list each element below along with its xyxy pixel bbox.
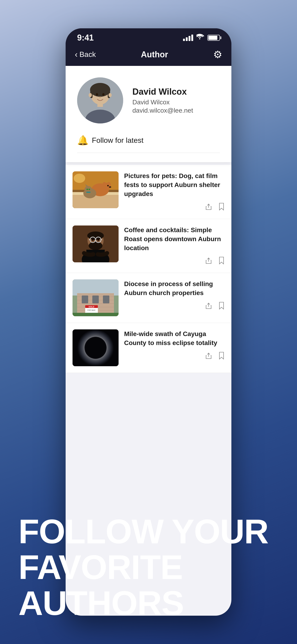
status-icons <box>183 34 220 42</box>
battery-icon <box>208 35 220 41</box>
status-time: 9:41 <box>77 33 94 42</box>
nav-bar: ‹ Back Author ⚙ <box>66 45 232 66</box>
news-list: Pictures for pets: Dog, cat film fests t… <box>66 165 232 373</box>
list-item: Coffee and cocktails: Simple Roast opens… <box>66 219 232 273</box>
article-content: Coffee and cocktails: Simple Roast opens… <box>124 226 224 266</box>
article-title: Pictures for pets: Dog, cat film fests t… <box>124 171 224 198</box>
svg-point-29 <box>89 189 90 190</box>
author-name-sub: David Wilcox <box>132 98 220 106</box>
svg-point-28 <box>86 189 88 190</box>
article-actions <box>124 203 224 212</box>
bookmark-icon[interactable] <box>218 352 224 362</box>
author-email: david.wilcox@lee.net <box>132 107 220 114</box>
status-bar: 9:41 <box>66 28 232 45</box>
back-button[interactable]: ‹ Back <box>75 50 96 59</box>
share-icon[interactable] <box>205 203 212 212</box>
svg-point-43 <box>97 238 100 241</box>
share-icon[interactable] <box>205 256 212 266</box>
article-content: Diocese in process of selling Auburn chu… <box>124 280 224 311</box>
article-thumbnail <box>72 226 118 262</box>
article-thumbnail <box>72 171 118 208</box>
list-item: Pictures for pets: Dog, cat film fests t… <box>66 165 232 219</box>
signal-bars-icon <box>183 34 193 41</box>
nav-title: Author <box>141 50 168 60</box>
svg-point-7 <box>99 96 101 98</box>
article-title: Mile-wide swath of Cayuga County to miss… <box>124 329 224 347</box>
svg-point-8 <box>89 93 92 97</box>
share-icon[interactable] <box>205 352 212 362</box>
svg-point-23 <box>109 186 111 188</box>
author-details: David Wilcox David Wilcox david.wilcox@l… <box>132 86 220 114</box>
bookmark-icon[interactable] <box>218 203 224 212</box>
list-item: SOLD FOR SALE Diocese in process of sell… <box>66 273 232 323</box>
follow-button[interactable]: 🔔 Follow for latest <box>77 135 220 146</box>
svg-rect-11 <box>98 102 103 107</box>
tagline-line1: FOLLOW YOUR <box>18 514 278 549</box>
svg-line-40 <box>89 239 90 240</box>
author-card: David Wilcox David Wilcox david.wilcox@l… <box>66 66 232 162</box>
article-title: Diocese in process of selling Auburn chu… <box>124 280 224 297</box>
list-item: Mile-wide swath of Cayuga County to miss… <box>66 323 232 373</box>
article-actions <box>124 302 224 312</box>
article-actions <box>124 256 224 266</box>
svg-point-68 <box>86 338 106 358</box>
tagline-line2: FAVORITE <box>18 549 278 585</box>
bookmark-icon[interactable] <box>218 256 224 266</box>
svg-rect-57 <box>92 296 99 303</box>
article-actions <box>124 352 224 362</box>
wifi-icon <box>196 34 204 42</box>
svg-point-42 <box>92 238 94 241</box>
svg-point-2 <box>90 83 110 97</box>
bookmark-icon[interactable] <box>218 302 224 312</box>
svg-line-41 <box>101 239 102 240</box>
svg-rect-30 <box>86 192 90 193</box>
svg-rect-56 <box>82 296 88 303</box>
svg-rect-63 <box>72 313 118 316</box>
svg-point-22 <box>107 185 109 186</box>
svg-point-15 <box>74 174 85 183</box>
article-content: Pictures for pets: Dog, cat film fests t… <box>124 171 224 212</box>
tagline-line3: AUTHORS <box>18 585 278 621</box>
svg-point-5 <box>96 93 98 96</box>
article-thumbnail <box>72 329 118 366</box>
settings-icon[interactable]: ⚙ <box>213 48 222 60</box>
svg-rect-48 <box>72 280 118 296</box>
svg-point-9 <box>108 93 112 97</box>
bottom-tagline: FOLLOW YOUR FAVORITE AUTHORS <box>0 495 297 644</box>
svg-text:SOLD: SOLD <box>88 306 94 308</box>
avatar <box>77 78 123 124</box>
svg-point-36 <box>89 242 102 250</box>
author-info-row: David Wilcox David Wilcox david.wilcox@l… <box>77 78 220 124</box>
back-label: Back <box>80 50 96 59</box>
svg-text:FOR SALE: FOR SALE <box>88 309 96 311</box>
svg-rect-58 <box>103 296 109 303</box>
svg-point-6 <box>102 93 104 96</box>
author-name-bold: David Wilcox <box>132 86 220 97</box>
follow-label: Follow for latest <box>92 136 144 145</box>
svg-point-25 <box>84 186 92 192</box>
share-icon[interactable] <box>205 302 212 312</box>
article-content: Mile-wide swath of Cayuga County to miss… <box>124 329 224 361</box>
article-title: Coffee and cocktails: Simple Roast opens… <box>124 226 224 253</box>
bell-icon: 🔔 <box>77 135 89 146</box>
svg-point-21 <box>102 182 106 188</box>
article-thumbnail: SOLD FOR SALE <box>72 280 118 316</box>
divider <box>77 153 220 153</box>
back-chevron-icon: ‹ <box>75 50 78 59</box>
